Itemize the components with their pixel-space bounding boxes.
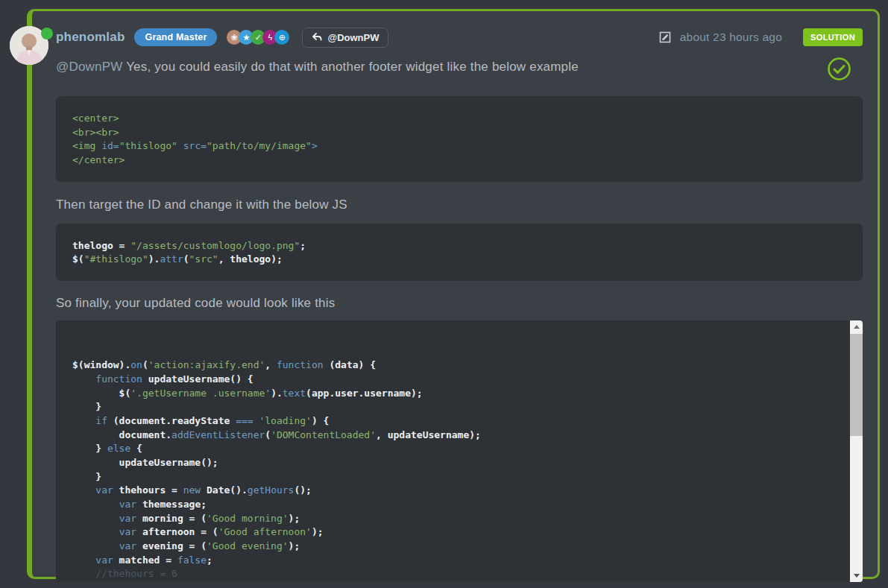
first-paragraph-row: @DownPW Yes, you could easily do that wi… [56,60,863,84]
code-line: //thehours = 6 [72,567,833,581]
reply-to-label: @DownPW [327,32,379,43]
code-line: function updateUsername() { [72,373,833,387]
code-line: document.addEventListener('DOMContentLoa… [72,429,833,443]
edited-icon[interactable] [659,31,671,43]
post-header-left: phenomlab Grand Master ❀★✓ϟ⊕ @DownPW [56,28,388,48]
scroll-up-arrow-icon [854,325,860,329]
code-line: if (document.readyState === 'loading') { [72,414,833,429]
code-line: $("#thislogo").attr("src", thelogo); [72,253,846,267]
code-line: var evening = ('Good evening'); [72,540,833,554]
code-line: <img id="thislogo" src="path/to/my/image… [72,139,846,154]
paragraph-2: Then target the ID and change it with th… [56,197,863,212]
rank-badge[interactable]: Grand Master [134,28,217,46]
code-line: <br><br> [72,126,846,140]
code-line: var themessage; [72,498,833,512]
code-line: thelogo = "/assets/customlogo/logo.png"; [72,239,846,253]
solved-check-icon[interactable] [827,57,851,84]
post-card: phenomlab Grand Master ❀★✓ϟ⊕ @DownPW [27,9,880,579]
full-code-lines: $(window).on('action:ajaxify.end', funct… [72,358,833,582]
scrollbar-thumb[interactable] [850,334,863,436]
reply-to-chip[interactable]: @DownPW [302,28,388,48]
code-block-js-target: thelogo = "/assets/customlogo/logo.png";… [56,224,863,281]
username[interactable]: phenomlab [56,30,125,45]
paragraph-3: So finally, your updated code would look… [56,296,863,311]
paragraph-1: @DownPW Yes, you could easily do that wi… [56,60,579,75]
code-line: $(window).on('action:ajaxify.end', funct… [72,358,833,373]
paragraph-1-text: Yes, you could easily do that with anoth… [123,60,579,74]
code-line: } else { [72,442,833,456]
code-block-full-code: $(window).on('action:ajaxify.end', funct… [56,320,863,582]
code-line: </center> [72,154,846,168]
code-block-html-widget: <center><br><br><img id="thislogo" src="… [56,96,863,182]
code-line: <center> [72,112,846,126]
globe-badge-icon[interactable]: ⊕ [274,30,289,45]
reply-arrow-icon [312,33,322,42]
post-header-right: about 23 hours ago SOLUTION [659,28,863,46]
mention-link[interactable]: @DownPW [56,60,123,74]
post-body: @DownPW Yes, you could easily do that wi… [56,60,863,582]
code-line: } [72,470,833,484]
solution-badge: SOLUTION [803,28,863,46]
code-scrollbar[interactable] [850,320,863,582]
scrollbar-up-button[interactable] [850,320,863,333]
code-line: if (thehours >= 0 && thehours < 12) { [72,581,833,582]
mini-badges: ❀★✓ϟ⊕ [227,30,289,45]
code-line: updateUsername(); [72,456,833,470]
scroll-down-arrow-icon [854,574,860,578]
code-line: var matched = false; [72,554,833,568]
code-line: var afternoon = ('Good afternoon'); [72,525,833,540]
code-line: var thehours = new Date().getHours(); [72,484,833,498]
post-timestamp[interactable]: about 23 hours ago [680,31,782,44]
online-status-dot [41,28,53,39]
post-header: phenomlab Grand Master ❀★✓ϟ⊕ @DownPW [56,22,863,52]
code-line: $('.getUsername .username').text(app.use… [72,387,833,401]
scrollbar-down-button[interactable] [850,569,863,582]
code-line: } [72,400,833,414]
code-line: var morning = ('Good morning'); [72,512,833,526]
card-inner: phenomlab Grand Master ❀★✓ϟ⊕ @DownPW [32,11,878,577]
